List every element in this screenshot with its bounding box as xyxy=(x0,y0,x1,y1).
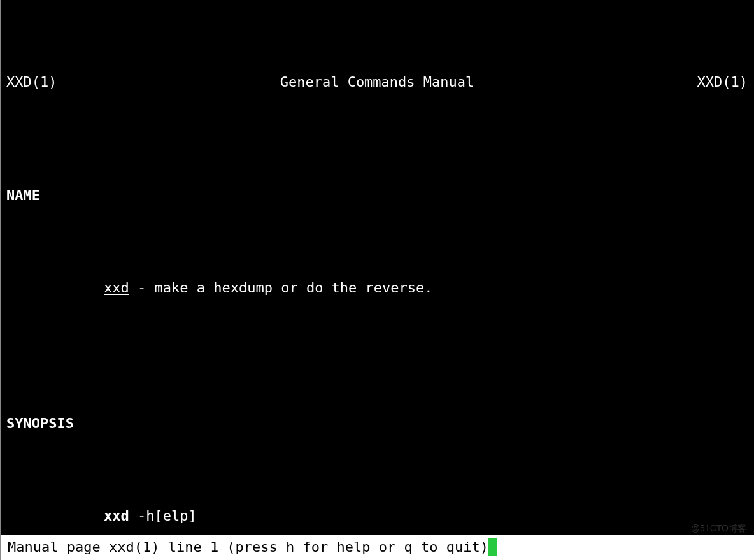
cmd-desc: - make a hexdump or do the reverse. xyxy=(129,280,433,296)
header-right: XXD(1) xyxy=(697,71,748,94)
cursor-icon xyxy=(488,538,497,557)
header-left: XXD(1) xyxy=(6,71,57,94)
man-page-viewport[interactable]: XXD(1) General Commands Manual XXD(1) NA… xyxy=(1,0,754,560)
man-header: XXD(1) General Commands Manual XXD(1) xyxy=(6,71,748,94)
section-name-body: xxd - make a hexdump or do the reverse. xyxy=(6,254,748,323)
pager-status-bar[interactable]: Manual page xxd(1) line 1 (press h for h… xyxy=(1,535,754,560)
watermark: @51CTO博客 xyxy=(691,521,746,536)
synopsis-args: -h[elp] xyxy=(129,508,197,524)
synopsis-cmd: xxd xyxy=(104,508,129,524)
pager-status-text: Manual page xxd(1) line 1 (press h for h… xyxy=(8,536,488,559)
cmd-name: xxd xyxy=(104,280,129,296)
section-synopsis-heading: SYNOPSIS xyxy=(6,412,748,435)
section-name-heading: NAME xyxy=(6,184,748,207)
header-center: General Commands Manual xyxy=(280,71,474,94)
